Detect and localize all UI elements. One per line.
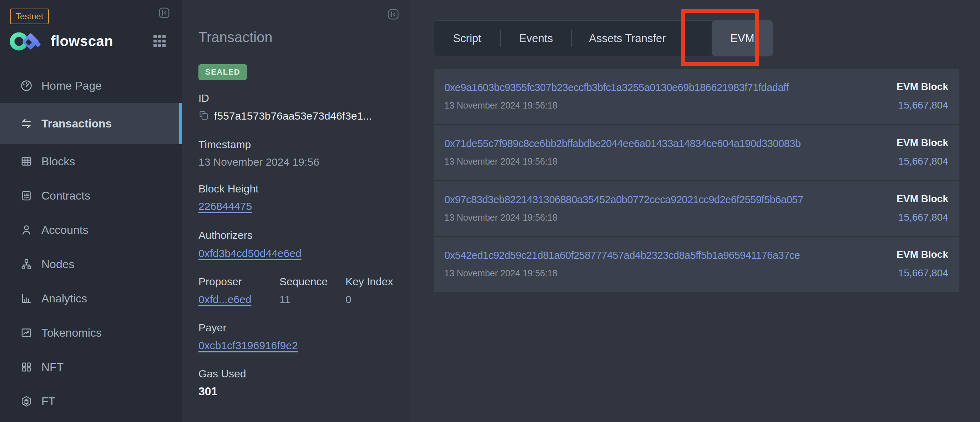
key-index-value: 0	[345, 293, 352, 306]
flowscan-app: Testnet	[0, 0, 980, 422]
key-index-label: Key Index	[345, 275, 393, 288]
tab-script[interactable]: Script	[434, 32, 500, 45]
transaction-id-value: f557a1573b76aa53e73d46f3e1...	[214, 110, 372, 122]
evm-transaction-row: 0x71de55c7f989c8ce6bb2bffabdbe2044ee6a01…	[434, 124, 959, 180]
sidebar-item-label: Nodes	[41, 258, 75, 271]
sidebar-item-nodes[interactable]: Nodes	[0, 247, 182, 281]
sidebar-item-label: Accounts	[41, 223, 89, 237]
sidebar-item-contracts[interactable]: Contracts	[0, 178, 182, 213]
evm-block-number-link[interactable]: 15,667,804	[898, 212, 948, 223]
sidebar-item-label: Contracts	[41, 189, 90, 202]
evm-transactions-list: 0xe9a1603bc9355fc307b23eccfb3bfc1a3255a0…	[434, 69, 959, 292]
evm-tx-timestamp: 13 November 2024 19:56:18	[444, 212, 557, 223]
payer-label: Payer	[199, 322, 226, 334]
timestamp-value: 13 November 2024 19:56	[199, 156, 320, 168]
block-height-label: Block Height	[199, 183, 258, 195]
logo[interactable]: flowscan	[10, 29, 113, 53]
sequence-label: Sequence	[280, 275, 328, 288]
tab-evm[interactable]: EVM	[712, 20, 773, 56]
hierarchy-icon	[20, 258, 33, 271]
payer-link[interactable]: 0xcb1cf3196916f9e2	[199, 339, 298, 352]
sidebar-item-label: Tokenomics	[41, 326, 102, 339]
token-cube-icon	[20, 395, 33, 408]
sidebar-item-label: Transactions	[41, 117, 112, 130]
sidebar: Testnet	[0, 0, 182, 422]
collapse-panel-icon[interactable]	[388, 9, 399, 21]
authorizers-link[interactable]: 0xfd3b4cd50d44e6ed	[199, 247, 302, 260]
proposer-link[interactable]: 0xfd...e6ed	[199, 293, 251, 306]
table-grid-icon	[20, 155, 33, 168]
tab-assets-transfer[interactable]: Assets Transfer	[572, 32, 683, 45]
transaction-tabs: Script Events Assets Transfer EVM	[434, 20, 773, 56]
evm-block-label: EVM Block	[896, 137, 948, 148]
app-name: flowscan	[51, 33, 113, 49]
swap-arrows-icon	[20, 117, 33, 130]
evm-transaction-row: 0xe9a1603bc9355fc307b23eccfb3bfc1a3255a0…	[434, 69, 959, 124]
copy-icon[interactable]	[199, 110, 209, 122]
sidebar-nav: Home Page Transactions Blocks	[0, 68, 182, 419]
evm-block-number-link[interactable]: 15,667,804	[898, 156, 948, 167]
evm-tx-timestamp: 13 November 2024 19:56:18	[444, 100, 557, 111]
trend-chart-icon	[20, 326, 33, 339]
sidebar-item-transactions[interactable]: Transactions	[0, 103, 182, 144]
sidebar-item-blocks[interactable]: Blocks	[0, 144, 182, 178]
document-list-icon	[20, 189, 33, 202]
sidebar-item-label: FT	[41, 395, 55, 408]
network-badge: Testnet	[10, 9, 49, 24]
sidebar-item-tokenomics[interactable]: Tokenomics	[0, 315, 182, 350]
evm-transaction-row: 0x97c83d3eb8221431306880a35452a0b0772cec…	[434, 180, 959, 236]
flowscan-logo-icon	[10, 29, 43, 53]
gas-used-value: 301	[199, 385, 217, 398]
sidebar-item-label: NFT	[41, 361, 64, 374]
evm-block-number-link[interactable]: 15,667,804	[898, 268, 948, 279]
evm-tx-timestamp: 13 November 2024 19:56:18	[444, 156, 557, 167]
block-height-link[interactable]: 226844475	[199, 200, 252, 212]
evm-transaction-row: 0x542ed1c92d59c21d81a60f258777457ad4b232…	[434, 236, 959, 292]
proposer-label: Proposer	[199, 275, 242, 288]
apps-grid-icon[interactable]	[153, 35, 165, 47]
evm-tx-hash-link[interactable]: 0x97c83d3eb8221431306880a35452a0b0772cec…	[444, 194, 803, 205]
id-label: ID	[199, 92, 209, 104]
tab-events[interactable]: Events	[501, 32, 571, 45]
sidebar-item-label: Home Page	[41, 79, 102, 92]
panel-title: Transaction	[199, 29, 273, 45]
active-indicator	[179, 103, 182, 144]
evm-tx-timestamp: 13 November 2024 19:56:18	[444, 268, 557, 279]
person-icon	[20, 223, 33, 236]
main-content: Script Events Assets Transfer EVM 0xe9a1…	[410, 0, 980, 422]
grid-squares-icon	[20, 361, 33, 373]
evm-block-label: EVM Block	[896, 81, 948, 92]
sidebar-item-home-page[interactable]: Home Page	[0, 68, 182, 103]
evm-block-number-link[interactable]: 15,667,804	[898, 100, 948, 111]
speedometer-icon	[20, 79, 33, 92]
evm-block-label: EVM Block	[896, 193, 948, 205]
sidebar-item-label: Blocks	[41, 155, 75, 168]
collapse-sidebar-icon[interactable]	[159, 7, 170, 19]
sequence-value: 11	[280, 293, 291, 306]
evm-block-label: EVM Block	[896, 249, 948, 260]
sidebar-item-accounts[interactable]: Accounts	[0, 213, 182, 247]
transaction-detail-panel: Transaction SEALED ID f557a1573b76aa53e7…	[182, 0, 410, 422]
sidebar-item-analytics[interactable]: Analytics	[0, 281, 182, 315]
evm-tx-hash-link[interactable]: 0xe9a1603bc9355fc307b23eccfb3bfc1a3255a0…	[444, 82, 789, 94]
status-badge: SEALED	[199, 64, 247, 80]
authorizers-label: Authorizers	[199, 229, 253, 241]
sidebar-item-nft[interactable]: NFT	[0, 350, 182, 384]
bar-chart-icon	[20, 292, 33, 305]
gas-used-label: Gas Used	[199, 368, 246, 380]
sidebar-item-ft[interactable]: FT	[0, 384, 182, 419]
timestamp-label: Timestamp	[199, 139, 251, 151]
evm-tx-hash-link[interactable]: 0x542ed1c92d59c21d81a60f258777457ad4b232…	[444, 250, 800, 261]
evm-tx-hash-link[interactable]: 0x71de55c7f989c8ce6bb2bffabdbe2044ee6a01…	[444, 138, 801, 150]
sidebar-item-label: Analytics	[41, 292, 87, 305]
